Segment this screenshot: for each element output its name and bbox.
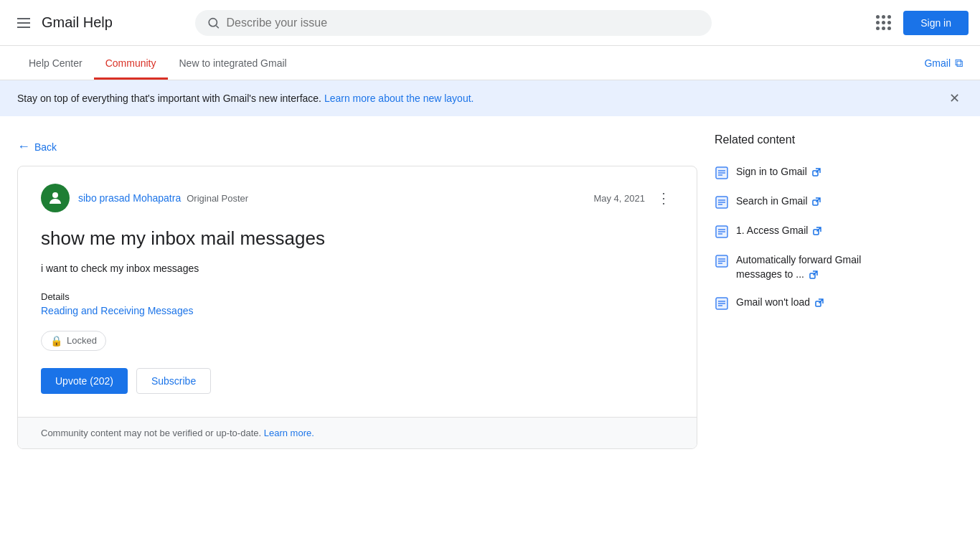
nav: Help Center Community New to integrated … (0, 46, 980, 80)
locked-badge: 🔒 Locked (41, 331, 106, 351)
upvote-button[interactable]: Upvote (202) (41, 368, 128, 394)
related-item-auto-forward[interactable]: Automatically forward Gmail messages to … (715, 246, 901, 288)
post-title: show me my inbox mail messages (41, 227, 674, 251)
post-header: sibo prasad Mohapatra Original Poster Ma… (41, 184, 674, 212)
post-card: sibo prasad Mohapatra Original Poster Ma… (17, 166, 697, 449)
external-link-icon (813, 227, 821, 235)
related-item-text: Gmail won't load (736, 296, 824, 310)
related-item-wont-load[interactable]: Gmail won't load (715, 288, 901, 318)
related-doc-icon (715, 225, 729, 239)
post-date: May 4, 2021 (593, 193, 645, 204)
logo-text: Gmail Help (42, 14, 113, 30)
hamburger-menu-icon[interactable] (11, 12, 36, 34)
related-doc-icon (715, 166, 729, 180)
svg-line-1 (217, 25, 219, 27)
external-link-icon (812, 197, 821, 206)
external-link-icon (812, 168, 821, 176)
author-name[interactable]: sibo prasad Mohapatra (78, 192, 181, 204)
search-icon (207, 16, 220, 30)
back-link[interactable]: ← Back (17, 133, 697, 166)
nav-item-new-to-gmail[interactable]: New to integrated Gmail (168, 46, 298, 80)
sidebar: Related content Sign in to Gmail Sear (715, 133, 901, 449)
sign-in-button[interactable]: Sign in (903, 11, 969, 35)
footer-text: Community content may not be verified or… (41, 428, 261, 438)
related-item-text: Sign in to Gmail (736, 165, 821, 179)
search-input[interactable] (227, 17, 701, 29)
related-title: Related content (715, 133, 901, 146)
author-info: sibo prasad Mohapatra Original Poster (78, 192, 248, 204)
related-doc-icon (715, 195, 729, 209)
banner-close-icon[interactable]: ✕ (946, 88, 963, 109)
related-item-text: Automatically forward Gmail messages to … (736, 253, 901, 281)
banner-text: Stay on top of everything that's importa… (17, 93, 473, 104)
lock-icon: 🔒 (50, 335, 62, 347)
external-link-icon (815, 298, 824, 307)
post-details-link[interactable]: Reading and Receiving Messages (41, 305, 674, 316)
footer-link[interactable]: Learn more. (264, 428, 314, 438)
post-author: sibo prasad Mohapatra Original Poster (41, 184, 248, 212)
back-label: Back (34, 141, 57, 153)
svg-point-0 (209, 18, 217, 26)
apps-icon[interactable] (869, 9, 897, 37)
search-container (195, 10, 712, 36)
header-left: Gmail Help (11, 12, 113, 34)
locked-label: Locked (67, 335, 97, 346)
author-badge: Original Poster (187, 193, 248, 204)
related-item-text: Search in Gmail (736, 194, 821, 209)
related-item-access-gmail[interactable]: 1. Access Gmail (715, 217, 901, 246)
related-item-search-gmail[interactable]: Search in Gmail (715, 187, 901, 217)
main-content: ← Back sib (0, 116, 918, 449)
post-actions: Upvote (202) Subscribe (41, 368, 674, 394)
banner-link[interactable]: Learn more about the new layout. (324, 93, 474, 104)
banner: Stay on top of everything that's importa… (0, 80, 980, 116)
nav-gmail-link[interactable]: Gmail ⧉ (924, 57, 963, 70)
post-footer: Community content may not be verified or… (18, 417, 697, 448)
external-link-icon (809, 270, 818, 279)
back-arrow-icon: ← (17, 139, 30, 154)
post-details-label: Details (41, 291, 674, 302)
post-body: i want to check my inbox messages (41, 263, 674, 274)
gmail-link-label: Gmail (924, 57, 951, 69)
app-logo: Gmail Help (42, 14, 113, 31)
related-item-text: 1. Access Gmail (736, 224, 821, 238)
more-options-icon[interactable]: ⋮ (654, 187, 674, 209)
header-right: Sign in (869, 9, 969, 37)
related-item-sign-in-gmail[interactable]: Sign in to Gmail (715, 158, 901, 187)
related-doc-icon (715, 296, 729, 311)
avatar (41, 184, 70, 212)
svg-point-2 (52, 192, 58, 198)
nav-item-help-center[interactable]: Help Center (17, 46, 94, 80)
nav-left: Help Center Community New to integrated … (17, 46, 298, 80)
external-link-icon: ⧉ (955, 57, 963, 70)
search-box (195, 10, 712, 36)
post-meta-right: May 4, 2021 ⋮ (593, 187, 674, 209)
related-doc-icon (715, 254, 729, 268)
nav-item-community[interactable]: Community (94, 46, 168, 80)
left-column: ← Back sib (17, 133, 697, 449)
subscribe-button[interactable]: Subscribe (136, 368, 211, 394)
header: Gmail Help Sign in (0, 0, 980, 46)
